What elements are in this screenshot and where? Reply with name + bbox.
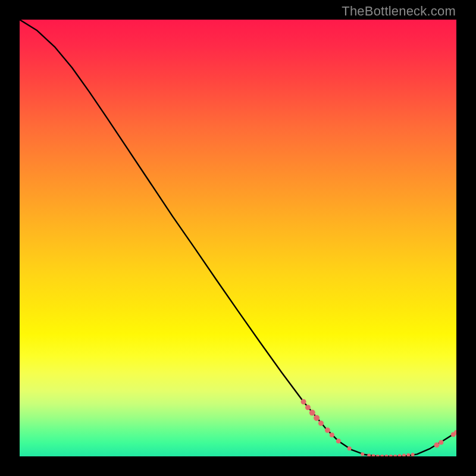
data-marker [411, 453, 415, 456]
chart-frame: TheBottleneck.com [0, 0, 476, 476]
curve-svg [20, 20, 456, 456]
data-marker [318, 421, 324, 426]
data-marker [336, 439, 341, 443]
watermark-text: TheBottleneck.com [342, 4, 456, 19]
data-marker [309, 410, 315, 416]
data-marker [367, 454, 371, 456]
data-marker [398, 454, 402, 456]
data-marker [434, 442, 439, 447]
data-marker [439, 440, 443, 445]
data-marker [372, 454, 375, 456]
bottleneck-curve [20, 20, 456, 456]
data-marker [389, 455, 393, 456]
data-marker [314, 415, 320, 421]
data-marker [402, 454, 406, 456]
data-marker [361, 452, 364, 456]
data-marker [376, 455, 380, 456]
plot-area [20, 20, 456, 456]
data-marker [393, 455, 397, 456]
data-marker [406, 453, 410, 456]
data-marker [330, 433, 334, 437]
data-marker [305, 405, 311, 410]
data-marker [380, 455, 384, 456]
data-marker [347, 446, 352, 450]
data-marker [325, 427, 330, 433]
data-marker [385, 455, 389, 456]
markers-group [301, 399, 456, 456]
data-marker [301, 399, 306, 405]
